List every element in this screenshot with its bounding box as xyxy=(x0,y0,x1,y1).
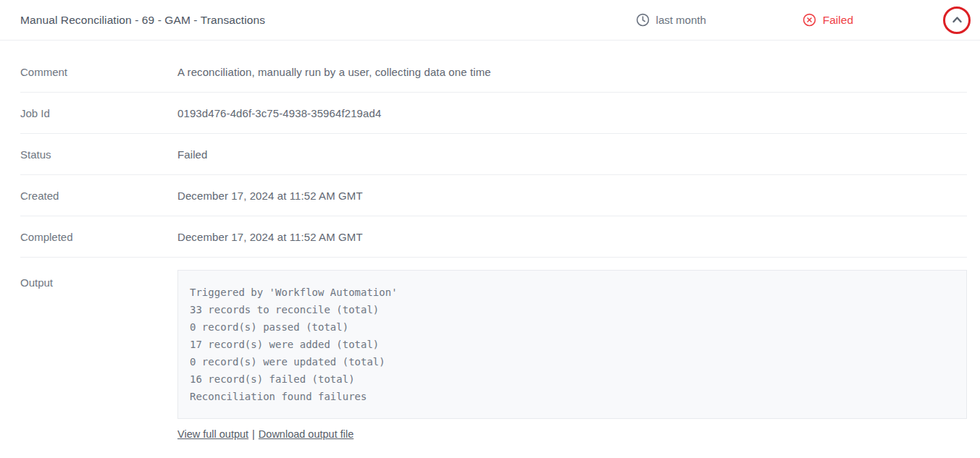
field-row-comment: Comment A reconciliation, manually run b… xyxy=(20,51,967,93)
header-meta: last month Failed xyxy=(636,7,971,34)
field-label: Output xyxy=(20,270,177,440)
field-value: A reconciliation, manually run by a user… xyxy=(177,66,491,78)
job-detail-fields: Comment A reconciliation, manually run b… xyxy=(0,41,980,440)
output-line: 17 record(s) were added (total) xyxy=(190,336,955,353)
failed-circle-x-icon xyxy=(803,13,816,27)
field-value: 0193d476-4d6f-3c75-4938-35964f219ad4 xyxy=(177,107,381,119)
field-row-completed: Completed December 17, 2024 at 11:52 AM … xyxy=(20,216,967,258)
field-value: December 17, 2024 at 11:52 AM GMT xyxy=(177,190,363,202)
field-row-created: Created December 17, 2024 at 11:52 AM GM… xyxy=(20,175,967,216)
field-label: Created xyxy=(20,190,177,202)
output-line: 0 record(s) were updated (total) xyxy=(190,353,955,370)
schedule-label: last month xyxy=(656,14,706,26)
output-log-box: Triggered by 'Workflow Automation'33 rec… xyxy=(177,270,967,419)
status-label: Failed xyxy=(823,14,853,27)
clock-icon xyxy=(636,13,650,27)
chevron-up-icon xyxy=(950,13,964,27)
job-details-header: Manual Reconciliation - 69 - GAM - Trans… xyxy=(0,0,980,41)
output-line: 16 record(s) failed (total) xyxy=(190,370,955,388)
field-label: Job Id xyxy=(20,107,177,119)
field-label: Status xyxy=(20,148,177,161)
field-value: December 17, 2024 at 11:52 AM GMT xyxy=(177,231,363,243)
job-title: Manual Reconciliation - 69 - GAM - Trans… xyxy=(20,14,265,27)
status-badge: Failed xyxy=(803,13,853,27)
collapse-panel-button[interactable] xyxy=(943,7,971,34)
output-line: Reconciliation found failures xyxy=(190,388,955,405)
output-main: Triggered by 'Workflow Automation'33 rec… xyxy=(177,270,967,440)
field-label: Completed xyxy=(20,231,177,243)
schedule-indicator: last month xyxy=(636,13,706,27)
output-links: View full output|Download output file xyxy=(177,428,967,440)
view-full-output-link[interactable]: View full output xyxy=(177,428,248,440)
link-separator: | xyxy=(252,428,255,440)
download-output-file-link[interactable]: Download output file xyxy=(259,428,353,440)
field-label: Comment xyxy=(20,66,177,78)
field-row-status: Status Failed xyxy=(20,134,967,175)
field-row-job-id: Job Id 0193d476-4d6f-3c75-4938-35964f219… xyxy=(20,93,967,134)
output-line: Triggered by 'Workflow Automation' xyxy=(190,284,955,301)
output-line: 33 records to reconcile (total) xyxy=(190,301,955,318)
field-row-output: Output Triggered by 'Workflow Automation… xyxy=(20,258,967,440)
output-line: 0 record(s) passed (total) xyxy=(190,318,955,336)
field-value: Failed xyxy=(177,148,207,161)
